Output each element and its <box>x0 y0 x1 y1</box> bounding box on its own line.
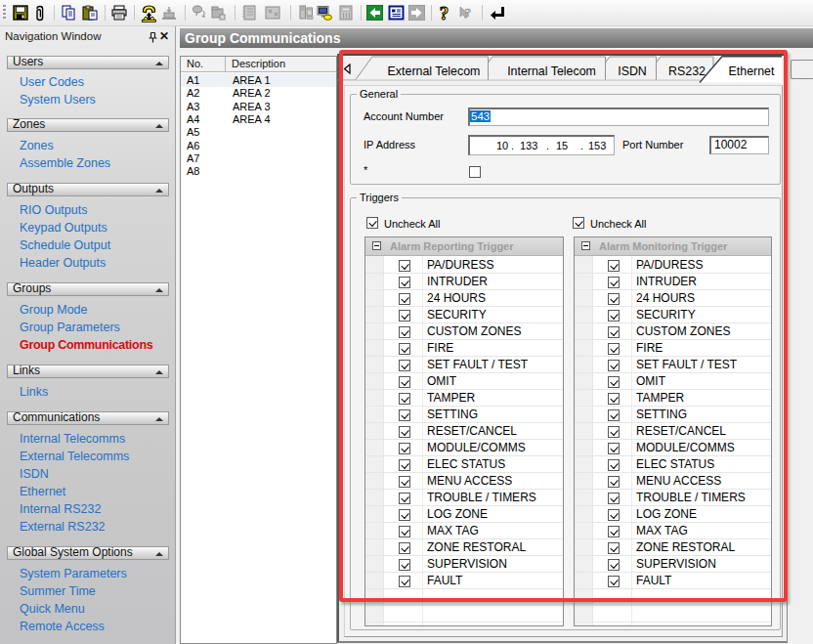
svg-text:?: ? <box>440 5 449 22</box>
